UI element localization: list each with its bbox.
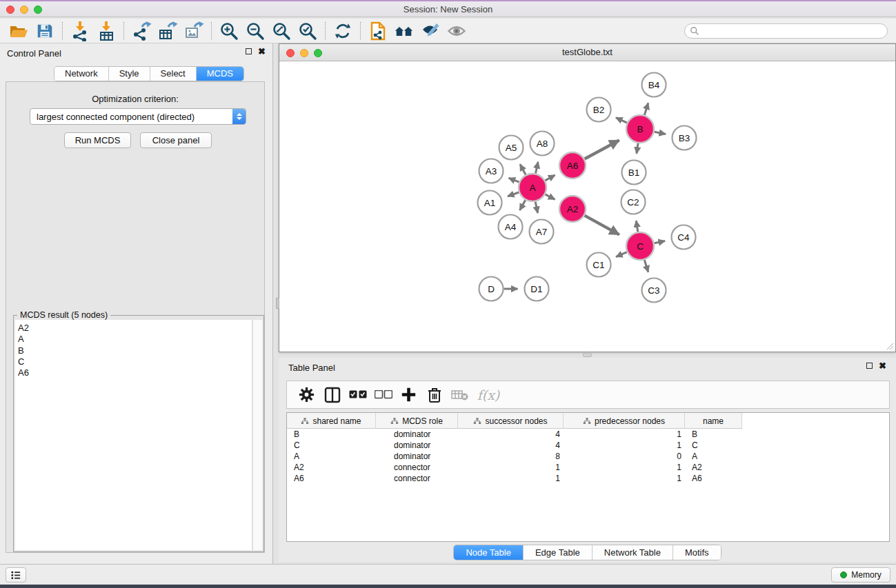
table-row[interactable]: Adominator80A: [287, 451, 889, 462]
run-mcds-button[interactable]: Run MCDS: [64, 132, 131, 148]
memory-button[interactable]: Memory: [831, 567, 890, 582]
float-panel-icon[interactable]: [246, 48, 252, 54]
open-session-icon[interactable]: [6, 20, 32, 42]
new-network-from-selection-icon[interactable]: [365, 20, 391, 42]
column-header-predecessor-nodes[interactable]: predecessor nodes: [564, 413, 685, 429]
table-row[interactable]: A6connector11A6: [287, 473, 889, 484]
network-canvas[interactable]: AA1A2A3A4A5A6A7A8BB1B2B3B4CC1C2C3C4DD1: [279, 62, 895, 352]
table-cell: 8: [458, 451, 564, 462]
close-panel-icon[interactable]: ✖: [258, 48, 266, 54]
search-input[interactable]: [699, 25, 887, 37]
refresh-icon[interactable]: [330, 20, 356, 42]
first-neighbors-icon[interactable]: [391, 20, 417, 42]
delete-column-icon[interactable]: [421, 384, 447, 406]
tab-mcds[interactable]: MCDS: [197, 67, 243, 81]
select-all-columns-icon[interactable]: [345, 384, 370, 406]
zoom-in-icon[interactable]: [216, 20, 242, 42]
zoom-selected-icon[interactable]: [295, 20, 321, 42]
column-header-label: MCDS role: [402, 416, 443, 426]
show-all-icon[interactable]: [444, 20, 470, 42]
resize-grip-icon[interactable]: [885, 341, 894, 350]
graph-edge-B-B2[interactable]: [616, 118, 627, 123]
graph-node-label-C1: C1: [593, 260, 604, 270]
node-table[interactable]: shared nameMCDS rolesuccessor nodesprede…: [286, 412, 890, 542]
graph-edge-A-A6[interactable]: [545, 175, 555, 181]
optimization-criterion-label: Optimization criterion:: [6, 94, 264, 104]
tab-motifs[interactable]: Motifs: [673, 545, 721, 560]
graph-edge-C-C2[interactable]: [636, 221, 638, 232]
column-header-name[interactable]: name: [685, 413, 742, 429]
mcds-result-item[interactable]: C: [18, 356, 252, 367]
graph-edge-B-B4[interactable]: [644, 103, 648, 115]
add-column-icon[interactable]: [396, 384, 421, 406]
table-row[interactable]: Cdominator41C: [287, 440, 889, 451]
graph-edge-A-A1[interactable]: [508, 192, 519, 196]
close-panel-button[interactable]: Close panel: [140, 132, 212, 148]
column-header-label: shared name: [312, 416, 361, 426]
graph-edge-A-A3[interactable]: [509, 178, 519, 182]
dropdown-selected-value: largest connected component (directed): [30, 112, 232, 122]
app-titlebar: Session: New Session: [0, 0, 896, 17]
graph-edge-C-C3[interactable]: [644, 260, 648, 272]
zoom-fit-icon[interactable]: [268, 20, 295, 42]
horizontal-splitter-handle[interactable]: [583, 353, 592, 357]
control-panel: Control Panel ✖ NetworkStyleSelectMCDS O…: [0, 43, 273, 564]
graph-node-label-A: A: [529, 183, 535, 193]
list-icon: [10, 569, 22, 581]
mcds-result-item[interactable]: A: [18, 334, 252, 345]
zoom-out-icon[interactable]: [242, 20, 268, 42]
graph-edge-A-A2[interactable]: [546, 194, 555, 199]
mcds-result-item[interactable]: B: [18, 345, 252, 356]
column-header-shared-name[interactable]: shared name: [287, 413, 376, 429]
tab-edge-table[interactable]: Edge Table: [524, 545, 593, 560]
graph-edge-B-B3[interactable]: [655, 132, 666, 134]
column-header-MCDS-role[interactable]: MCDS role: [376, 413, 458, 429]
status-menu-button[interactable]: [6, 567, 26, 582]
dropdown-stepper-icon[interactable]: [232, 109, 246, 124]
deselect-all-columns-icon[interactable]: [370, 384, 396, 406]
result-scrollbar[interactable]: [252, 320, 262, 550]
table-cell: 1: [564, 429, 685, 440]
graph-edge-A-A7[interactable]: [535, 202, 537, 213]
split-panel-icon[interactable]: [319, 384, 345, 406]
graph-edge-C-C1[interactable]: [616, 252, 627, 257]
graph-edge-A-A5[interactable]: [520, 164, 526, 174]
export-table-icon[interactable]: [155, 20, 181, 42]
tab-network[interactable]: Network: [54, 67, 109, 81]
tab-node-table[interactable]: Node Table: [454, 545, 524, 560]
save-session-icon[interactable]: [32, 20, 58, 42]
mcds-result-item[interactable]: A6: [18, 367, 252, 378]
float-table-panel-icon[interactable]: [866, 363, 873, 369]
network-window-titlebar[interactable]: testGlobe.txt: [279, 44, 895, 61]
panel-splitter-handle[interactable]: [276, 298, 279, 309]
column-type-icon: [473, 417, 481, 425]
graph-edge-A-A4[interactable]: [519, 200, 525, 210]
table-row[interactable]: Bdominator41B: [287, 429, 889, 440]
delete-table-icon[interactable]: [447, 384, 472, 406]
import-table-icon[interactable]: [93, 20, 119, 42]
tab-select[interactable]: Select: [150, 67, 197, 81]
mcds-result-list[interactable]: A2ABCA6: [15, 320, 252, 550]
graph-node-label-D1: D1: [530, 284, 542, 294]
export-image-icon[interactable]: [181, 20, 207, 42]
search-field[interactable]: [684, 23, 888, 39]
tab-style[interactable]: Style: [109, 67, 150, 81]
graph-edge-A-A8[interactable]: [535, 162, 538, 174]
tab-network-table[interactable]: Network Table: [593, 545, 673, 560]
graph-edge-A2-C[interactable]: [585, 216, 619, 235]
table-cell: A6: [287, 473, 376, 484]
mcds-result-item[interactable]: A2: [18, 323, 252, 334]
toolbar-separator: [123, 22, 124, 40]
graph-edge-C-C4[interactable]: [655, 241, 666, 243]
function-builder-icon[interactable]: f(x): [472, 384, 504, 406]
table-row[interactable]: A2connector11A2: [287, 462, 889, 473]
settings-gear-icon[interactable]: [294, 384, 319, 406]
graph-edge-A6-B[interactable]: [585, 140, 619, 159]
graph-edge-B-B1[interactable]: [637, 143, 638, 154]
import-network-icon[interactable]: [67, 20, 93, 42]
optimization-criterion-dropdown[interactable]: largest connected component (directed): [30, 108, 246, 125]
hide-selected-icon[interactable]: [417, 20, 444, 42]
close-table-panel-icon[interactable]: ✖: [879, 363, 886, 369]
column-header-successor-nodes[interactable]: successor nodes: [458, 413, 564, 429]
export-network-icon[interactable]: [128, 20, 155, 42]
